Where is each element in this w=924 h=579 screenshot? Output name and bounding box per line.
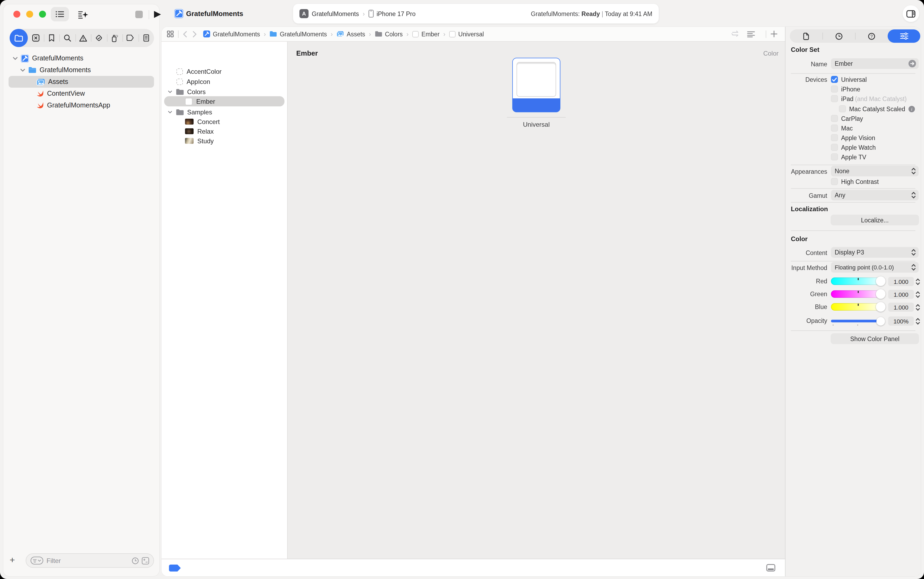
navigator-filter-field[interactable]: Filter: [26, 553, 154, 568]
device-checkbox-universal[interactable]: Universal: [831, 76, 867, 83]
show-color-panel-button[interactable]: Show Color Panel: [831, 334, 919, 344]
disclosure-open-icon[interactable]: [13, 57, 18, 60]
navigator-tab-find[interactable]: [59, 29, 75, 47]
opacity-value-field[interactable]: 100%: [888, 317, 914, 325]
disclosure-open-icon[interactable]: [168, 90, 172, 93]
breadcrumb-universal[interactable]: Universal: [449, 31, 484, 37]
device-checkbox-ipad[interactable]: iPad (and Mac Catalyst): [831, 95, 907, 102]
device-checkbox-carplay[interactable]: CarPlay: [831, 115, 863, 122]
device-checkbox-apple-tv[interactable]: Apple TV: [831, 154, 866, 160]
navigator-tab-project[interactable]: [10, 29, 28, 47]
minimize-window-button[interactable]: [26, 11, 33, 18]
color-swatch[interactable]: [517, 62, 556, 97]
tree-row-app[interactable]: GratefulMomentsApp: [3, 100, 159, 111]
red-slider[interactable]: [831, 278, 885, 285]
high-contrast-checkbox[interactable]: High Contrast: [831, 178, 879, 185]
breadcrumb-colors[interactable]: Colors: [375, 31, 402, 37]
navigator-tab-bookmarks[interactable]: [44, 29, 59, 47]
navigator-tab-debug[interactable]: [107, 29, 123, 47]
navigator-tab-reports[interactable]: [138, 29, 154, 47]
plus-minus-icon[interactable]: [142, 557, 149, 564]
inspector-tab-history[interactable]: [823, 29, 855, 43]
appearances-select[interactable]: None: [831, 166, 919, 177]
recent-clock-icon[interactable]: [132, 557, 139, 564]
localize-button[interactable]: Localize...: [831, 215, 919, 225]
breadcrumb-assets[interactable]: Assets: [337, 31, 365, 37]
zoom-window-button[interactable]: [39, 11, 46, 18]
red-value-field[interactable]: 1.000: [888, 277, 914, 286]
navigator-tab-breakpoints[interactable]: [123, 29, 138, 47]
content-select[interactable]: Display P3: [831, 247, 919, 258]
checkbox-icon[interactable]: [831, 178, 838, 185]
stepper-icon[interactable]: [916, 291, 920, 298]
run-button[interactable]: [152, 10, 163, 19]
close-window-button[interactable]: [13, 11, 20, 18]
hide-navigator-button[interactable]: [51, 7, 69, 21]
gamut-select[interactable]: Any: [831, 190, 919, 201]
opacity-slider[interactable]: [831, 320, 885, 322]
blue-slider[interactable]: [831, 303, 885, 311]
breadcrumb-project[interactable]: GratefulMoments: [203, 31, 260, 38]
intelligence-button[interactable]: [75, 8, 91, 20]
run-destination[interactable]: iPhone 17 Pro: [376, 10, 415, 17]
related-items-icon[interactable]: [731, 29, 739, 38]
asset-row-accentcolor[interactable]: AccentColor: [162, 66, 287, 77]
grid-view-icon[interactable]: [167, 31, 174, 38]
slider-thumb[interactable]: [876, 276, 885, 286]
checkbox-icon[interactable]: [831, 95, 838, 102]
back-chevron-icon[interactable]: [183, 31, 187, 37]
stop-button[interactable]: [135, 10, 143, 19]
sort-lines-icon[interactable]: [747, 31, 755, 37]
checkbox-icon[interactable]: [839, 105, 846, 112]
stepper-icon[interactable]: [916, 278, 920, 286]
checkbox-icon[interactable]: [831, 144, 838, 151]
color-well-selected[interactable]: [512, 58, 560, 112]
forward-chevron-icon[interactable]: [193, 31, 197, 37]
asset-row-ember-selected[interactable]: Ember: [162, 96, 287, 106]
checkbox-icon[interactable]: [831, 154, 838, 160]
blue-value-field[interactable]: 1.000: [888, 303, 914, 312]
tree-row-group[interactable]: GratefulMoments: [3, 64, 159, 76]
breadcrumb-ember[interactable]: Ember: [412, 31, 440, 37]
breadcrumb-group[interactable]: GratefulMoments: [270, 31, 327, 37]
asset-row-concert[interactable]: Concert: [162, 116, 287, 127]
disclosure-open-icon[interactable]: [20, 69, 25, 72]
device-checkbox-iphone[interactable]: iPhone: [831, 85, 860, 93]
tag-indicator-icon[interactable]: [169, 564, 181, 571]
slider-thumb[interactable]: [876, 302, 885, 312]
checkbox-checked-icon[interactable]: [831, 76, 838, 83]
navigator-tab-issues[interactable]: [75, 29, 91, 47]
checkbox-icon[interactable]: [831, 85, 838, 93]
filter-icon[interactable]: [31, 556, 43, 564]
navigator-tab-source-control[interactable]: [28, 29, 44, 47]
tree-row-contentview[interactable]: ContentView: [3, 88, 159, 100]
inspector-tab-file[interactable]: [790, 29, 823, 43]
asset-row-relax[interactable]: Relax: [162, 126, 287, 136]
asset-row-appicon[interactable]: AppIcon: [162, 77, 287, 87]
asset-row-study[interactable]: Study: [162, 136, 287, 146]
toggle-bottom-panel-icon[interactable]: [766, 564, 775, 571]
scheme-name[interactable]: GratefulMoments: [312, 10, 359, 17]
checkbox-icon[interactable]: [831, 124, 838, 131]
disclosure-open-icon[interactable]: [168, 111, 172, 113]
navigator-tab-tests[interactable]: [91, 29, 107, 47]
green-slider[interactable]: [831, 290, 885, 298]
scheme-status-bar[interactable]: A GratefulMoments › iPhone 17 Pro Gratef…: [293, 4, 659, 23]
device-checkbox-mac-catalyst-scaled[interactable]: Mac Catalyst Scaled i: [839, 105, 915, 112]
hide-inspector-button[interactable]: [903, 5, 919, 22]
green-value-field[interactable]: 1.000: [888, 290, 914, 299]
inspector-tab-attributes[interactable]: [888, 29, 920, 43]
stepper-icon[interactable]: [916, 304, 920, 311]
inspector-tab-help[interactable]: ?: [855, 29, 888, 43]
input-method-select[interactable]: Floating point (0.0-1.0): [831, 262, 919, 273]
arrow-right-badge-icon[interactable]: [909, 60, 916, 67]
asset-row-colors-group[interactable]: Colors: [162, 87, 287, 97]
add-item-button[interactable]: +: [10, 555, 15, 566]
info-icon[interactable]: i: [909, 106, 915, 112]
slider-thumb[interactable]: [877, 317, 885, 325]
tree-row-assets-selected[interactable]: Assets: [3, 76, 159, 88]
device-checkbox-mac[interactable]: Mac: [831, 124, 853, 131]
stepper-icon[interactable]: [916, 317, 920, 325]
checkbox-icon[interactable]: [831, 134, 838, 141]
slider-thumb[interactable]: [876, 289, 885, 299]
